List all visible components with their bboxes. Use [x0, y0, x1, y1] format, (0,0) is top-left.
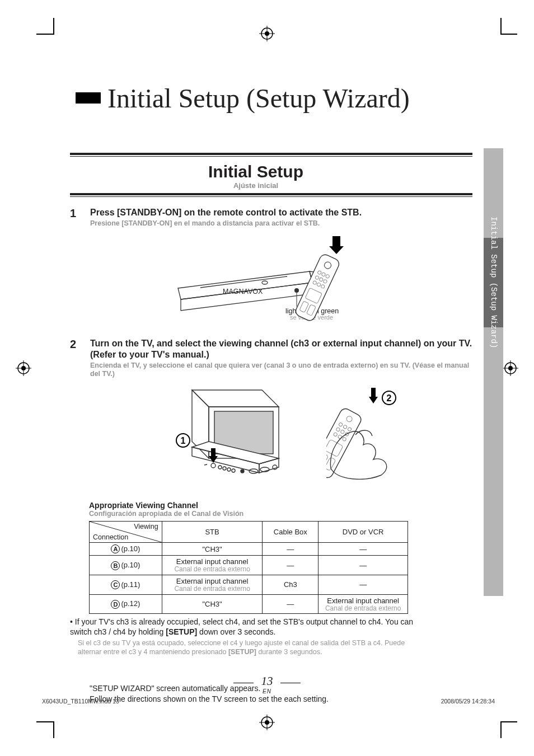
viewing-heading-es: Configuración apropiada de el Canal de V…	[89, 510, 472, 518]
step-2-number: 2	[70, 338, 80, 495]
registration-mark-icon	[16, 360, 31, 376]
footer-timestamp: 2008/05/29 14:28:34	[441, 698, 495, 705]
step-2: 2 Turn on the TV, and select the viewing…	[70, 338, 472, 495]
registration-mark-icon	[503, 360, 518, 376]
svg-marker-43	[192, 390, 279, 407]
svg-point-52	[218, 466, 222, 469]
registration-mark-icon	[259, 715, 275, 730]
svg-rect-62	[211, 448, 216, 456]
step-1-text-en: Press [STANDBY-ON] on the remote control…	[90, 207, 472, 218]
svg-rect-68	[326, 407, 363, 480]
svg-rect-66	[371, 388, 376, 397]
table-row: A(p.10) "CH3" — —	[90, 542, 408, 556]
viewing-channel-table: Viewing Connection STB Cable Box DVD or …	[89, 521, 408, 614]
svg-point-54	[227, 468, 231, 471]
step-1: 1 Press [STANDBY-ON] on the remote contr…	[70, 207, 472, 332]
ch4-note: If your TV's ch3 is already occupied, se…	[70, 617, 425, 656]
footer-file: X6043UD_TB110MW.indd 13	[42, 698, 119, 705]
svg-line-23	[200, 276, 287, 288]
svg-point-22	[262, 281, 268, 284]
svg-point-56	[241, 469, 244, 473]
svg-line-50	[204, 464, 207, 465]
step-2-illustration: 1 2	[90, 379, 472, 495]
step-1-number: 1	[70, 207, 80, 332]
circle-2-icon: 2	[382, 391, 396, 405]
page-number: 13 EN	[0, 674, 534, 694]
section-tabs: Initial Setup (Setup Wizard)	[484, 148, 503, 596]
circle-1-icon: 1	[176, 434, 190, 447]
svg-marker-67	[369, 397, 378, 403]
svg-point-59	[273, 465, 277, 469]
viewing-heading-en: Appropriate Viewing Channel	[89, 501, 472, 510]
table-row: D(p.12) "CH3" — External input channelCa…	[90, 594, 408, 614]
table-row: B(p.10) External input channelCanal de e…	[90, 556, 408, 575]
section-sub: Ajúste inicial	[39, 181, 472, 190]
svg-marker-19	[181, 283, 312, 311]
page-title: Initial Setup (Setup Wizard)	[76, 83, 472, 114]
registration-mark-icon	[259, 26, 275, 41]
svg-point-25	[294, 288, 299, 293]
svg-text:2: 2	[386, 393, 391, 403]
side-tab-label: Initial Setup (Setup Wizard)	[489, 217, 498, 348]
step-2-text-es: Encienda el TV, y seleccione el canal qu…	[90, 361, 472, 379]
table-row: C(p.11) External input channelCanal de e…	[90, 575, 408, 595]
svg-text:1: 1	[180, 436, 185, 445]
svg-point-53	[223, 467, 226, 470]
svg-point-55	[232, 469, 235, 472]
svg-point-51	[211, 463, 216, 468]
title-bar-icon	[76, 92, 101, 104]
svg-rect-16	[332, 236, 340, 246]
svg-marker-17	[329, 246, 344, 254]
svg-text:MAGNAVOX: MAGNAVOX	[223, 288, 263, 295]
arrow-down-icon	[329, 236, 344, 254]
step-1-illustration: MAGNAVOX lights up in green se vuelve ve…	[90, 235, 472, 327]
step-2-text-en: Turn on the TV, and select the viewing c…	[90, 338, 472, 360]
section-title: Initial Setup	[39, 162, 472, 181]
step-1-text-es: Presione [STANDBY-ON] en el mando a dist…	[90, 219, 472, 228]
